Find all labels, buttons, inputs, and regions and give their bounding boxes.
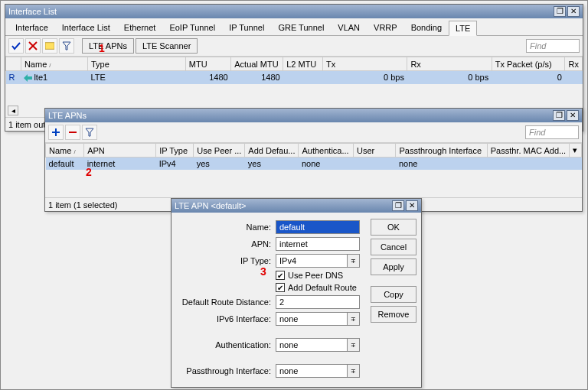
cell-peerdns: yes bbox=[194, 158, 245, 171]
copy-button[interactable]: Copy bbox=[371, 286, 416, 303]
col-iptype[interactable]: IP Type bbox=[156, 144, 194, 158]
col-rxp[interactable]: Rx bbox=[565, 57, 583, 71]
svg-rect-2 bbox=[45, 43, 54, 50]
lte-apns-title: LTE APNs bbox=[48, 111, 553, 120]
remove-button[interactable] bbox=[65, 125, 80, 140]
enable-button[interactable] bbox=[8, 38, 24, 54]
apn-row-default[interactable]: default internet IPv4 yes yes none none bbox=[46, 158, 582, 171]
label-pt: Passthrough Interface: bbox=[176, 366, 276, 375]
label-name: Name: bbox=[176, 223, 276, 232]
checkbox-adddef[interactable]: ✔ bbox=[276, 283, 285, 292]
ipv6-dropdown-icon[interactable]: ∓ bbox=[348, 312, 360, 326]
filter-button[interactable] bbox=[82, 125, 97, 140]
col-user[interactable]: User bbox=[354, 144, 396, 158]
add-button[interactable] bbox=[48, 125, 64, 140]
cell-name: default bbox=[46, 158, 84, 171]
tab-ethernet[interactable]: Ethernet bbox=[117, 20, 163, 35]
col-l2mtu[interactable]: L2 MTU bbox=[283, 57, 323, 71]
remove-button[interactable]: Remove bbox=[371, 306, 416, 323]
window-restore-button[interactable]: ❐ bbox=[554, 6, 566, 17]
col-name[interactable]: Name / bbox=[21, 57, 87, 71]
lte-iface-icon bbox=[24, 74, 32, 83]
window-close-button[interactable]: ✕ bbox=[406, 200, 418, 211]
window-close-button[interactable]: ✕ bbox=[567, 110, 579, 121]
iptype-dropdown-icon[interactable]: ∓ bbox=[348, 254, 360, 268]
cell-flag: R bbox=[6, 71, 21, 84]
filter-button[interactable] bbox=[59, 38, 74, 54]
field-ipv6[interactable]: none bbox=[276, 312, 348, 326]
field-apn[interactable]: internet bbox=[276, 237, 360, 251]
interface-row-lte1[interactable]: R lte1 LTE 1480 1480 0 bps 0 bps 0 bbox=[6, 71, 583, 84]
find-input[interactable]: Find bbox=[526, 39, 580, 53]
col-ptmac[interactable]: Passthr. MAC Add... bbox=[487, 144, 569, 158]
window-restore-button[interactable]: ❐ bbox=[553, 110, 565, 121]
col-tx[interactable]: Tx bbox=[323, 57, 407, 71]
tab-interface-list[interactable]: Interface List bbox=[55, 20, 117, 35]
col-name[interactable]: Name / bbox=[46, 144, 84, 158]
svg-marker-3 bbox=[63, 42, 70, 50]
scroll-left-button[interactable]: ◂ bbox=[8, 106, 18, 115]
tab-vlan[interactable]: VLAN bbox=[331, 20, 367, 35]
interface-list-title: Interface List bbox=[8, 7, 554, 16]
interfaces-table: Name / Type MTU Actual MTU L2 MTU Tx Rx … bbox=[5, 57, 583, 84]
label-peerdns: Use Peer DNS bbox=[288, 271, 343, 280]
cell-mtu: 1480 bbox=[185, 71, 230, 84]
interface-list-titlebar[interactable]: Interface List ❐ ✕ bbox=[5, 5, 583, 18]
window-close-button[interactable]: ✕ bbox=[567, 6, 580, 17]
tab-vrrp[interactable]: VRRP bbox=[367, 20, 404, 35]
lte-apns-titlebar[interactable]: LTE APNs ❐ ✕ bbox=[45, 109, 582, 122]
col-txp[interactable]: Tx Packet (p/s) bbox=[492, 57, 565, 71]
col-menu[interactable]: ▾ bbox=[570, 144, 582, 158]
col-ptif[interactable]: Passthrough Interface bbox=[396, 144, 487, 158]
window-restore-button[interactable]: ❐ bbox=[392, 200, 404, 211]
lte-apn-detail-titlebar[interactable]: LTE APN <default> ❐ ✕ bbox=[172, 199, 421, 213]
col-rx[interactable]: Rx bbox=[407, 57, 492, 71]
cell-user bbox=[354, 158, 396, 171]
col-adddef[interactable]: Add Defau... bbox=[245, 144, 299, 158]
col-peerdns[interactable]: Use Peer ... bbox=[194, 144, 245, 158]
comment-button[interactable] bbox=[42, 38, 57, 54]
label-ipv6: IPv6 Interface: bbox=[176, 314, 276, 323]
cancel-button[interactable]: Cancel bbox=[371, 239, 416, 255]
field-drd[interactable]: 2 bbox=[276, 295, 360, 309]
col-type[interactable]: Type bbox=[87, 57, 185, 71]
cell-auth: none bbox=[299, 158, 354, 171]
svg-marker-8 bbox=[86, 128, 93, 136]
checkbox-peerdns[interactable]: ✔ bbox=[276, 271, 285, 280]
col-actual-mtu[interactable]: Actual MTU bbox=[231, 57, 283, 71]
col-auth[interactable]: Authentica... bbox=[299, 144, 354, 158]
lte-apns-button[interactable]: LTE APNs bbox=[82, 38, 134, 54]
lte-scanner-button[interactable]: LTE Scanner bbox=[136, 38, 198, 54]
cell-rx: 0 bps bbox=[407, 71, 492, 84]
tab-lte[interactable]: LTE bbox=[449, 21, 477, 36]
col-flag[interactable] bbox=[6, 57, 21, 71]
cell-ptmac bbox=[487, 158, 569, 171]
col-apn[interactable]: APN bbox=[84, 144, 156, 158]
cell-apn: internet bbox=[84, 158, 156, 171]
apply-button[interactable]: Apply bbox=[371, 258, 416, 275]
pt-dropdown-icon[interactable]: ∓ bbox=[348, 364, 360, 378]
lte-apn-detail-title: LTE APN <default> bbox=[175, 201, 392, 210]
field-pt[interactable]: none bbox=[276, 364, 348, 378]
field-auth[interactable]: none bbox=[276, 338, 348, 352]
tab-ip-tunnel[interactable]: IP Tunnel bbox=[222, 20, 271, 35]
apns-table: Name / APN IP Type Use Peer ... Add Defa… bbox=[45, 143, 582, 170]
tab-gre[interactable]: GRE Tunnel bbox=[271, 20, 331, 35]
find-input[interactable]: Find bbox=[525, 125, 579, 139]
field-iptype[interactable]: IPv4 bbox=[276, 254, 348, 268]
tab-eoip[interactable]: EoIP Tunnel bbox=[162, 20, 222, 35]
cell-l2mtu bbox=[283, 71, 323, 84]
auth-dropdown-icon[interactable]: ∓ bbox=[348, 338, 360, 352]
col-mtu[interactable]: MTU bbox=[185, 57, 230, 71]
ok-button[interactable]: OK bbox=[371, 219, 416, 236]
toolbar: Find bbox=[45, 122, 582, 143]
cell-tx: 0 bps bbox=[323, 71, 407, 84]
tab-bonding[interactable]: Bonding bbox=[404, 20, 449, 35]
toolbar: LTE APNs LTE Scanner Find bbox=[5, 36, 583, 57]
tab-interface[interactable]: Interface bbox=[8, 20, 55, 35]
side-button-column: OK Cancel Apply Copy Remove bbox=[371, 219, 416, 323]
cell-iptype: IPv4 bbox=[156, 158, 194, 171]
lte-apn-detail-window: LTE APN <default> ❐ ✕ Name: default APN:… bbox=[171, 198, 422, 388]
field-name[interactable]: default bbox=[276, 220, 360, 234]
disable-button[interactable] bbox=[25, 38, 41, 54]
